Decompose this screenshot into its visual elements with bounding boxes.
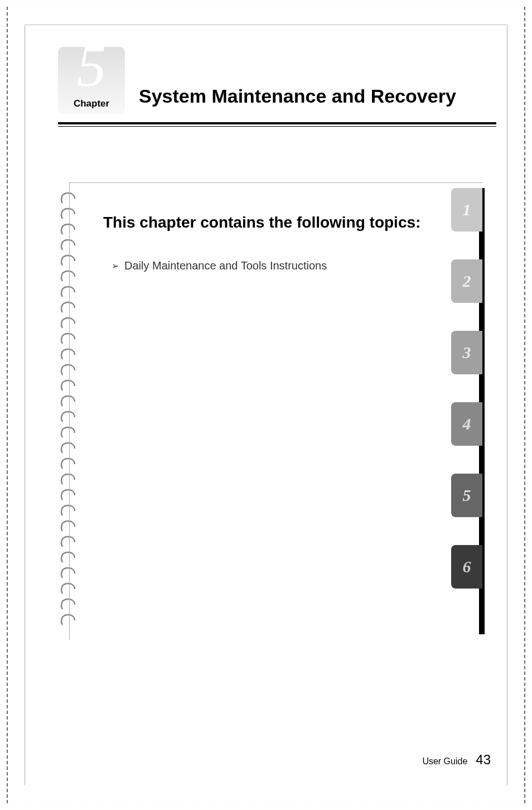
topics-section: This chapter contains the following topi… xyxy=(69,182,482,640)
footer-label: User Guide xyxy=(422,756,467,766)
tab-5: 5 xyxy=(451,474,482,517)
chapter-title: System Maintenance and Recovery xyxy=(139,84,456,114)
topics-box: This chapter contains the following topi… xyxy=(69,182,482,640)
page-number: 43 xyxy=(476,752,491,768)
tabs-column: 1 2 3 4 5 6 xyxy=(451,188,485,616)
tab-1: 1 xyxy=(451,188,482,232)
fade-bottom xyxy=(8,781,524,803)
tab-2: 2 xyxy=(451,259,482,303)
tab-6: 6 xyxy=(451,545,482,589)
dashed-border: 5 Chapter System Maintenance and Recover… xyxy=(7,7,525,803)
page-outer-frame: 5 Chapter System Maintenance and Recover… xyxy=(0,0,532,810)
topic-text: Daily Maintenance and Tools Instructions xyxy=(124,259,327,272)
chapter-badge: 5 Chapter xyxy=(58,47,125,114)
page-content: 5 Chapter System Maintenance and Recover… xyxy=(8,8,524,802)
chapter-label: Chapter xyxy=(74,98,109,109)
tab-3: 3 xyxy=(451,331,482,374)
chapter-header: 5 Chapter System Maintenance and Recover… xyxy=(58,47,496,114)
page-footer: User Guide 43 xyxy=(422,752,491,768)
topic-item: ➢ Daily Maintenance and Tools Instructio… xyxy=(112,259,449,272)
chapter-number: 5 xyxy=(77,37,107,95)
tab-4: 4 xyxy=(451,402,482,446)
bullet-icon: ➢ xyxy=(112,261,119,271)
topics-heading: This chapter contains the following topi… xyxy=(103,211,449,234)
header-divider xyxy=(58,122,496,127)
fade-top xyxy=(8,7,524,29)
